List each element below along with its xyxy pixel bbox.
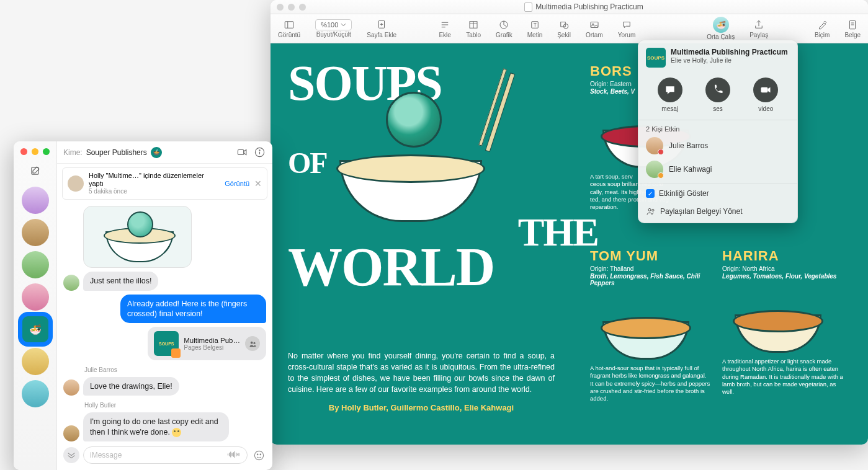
message-bubble: Already added! Here is the (fingers cros… [120,295,266,324]
messages-window: 🍜 Kime: Souper Publishers 🍲 Holly "Multi… [14,141,272,470]
collab-person-julie[interactable]: Julie Barros [638,134,797,157]
pages-toolbar: Görüntü %100Büyüt/Küçült Sayfa Ekle Ekle… [271,14,868,43]
notif-close-button[interactable]: ✕ [254,179,262,188]
audio-message-icon[interactable] [227,450,241,461]
hero-illustration [333,104,501,222]
document-icon [524,2,532,12]
collab-manage-shared[interactable]: Paylaşılan Belgeyi Yönet [638,203,797,218]
msg-avatar-julie [63,379,79,396]
toolbar-table[interactable]: Tablo [466,19,481,38]
conversation-avatar-2[interactable] [22,219,49,246]
notif-avatar [68,175,84,192]
toolbar-document[interactable]: Belge [844,19,861,38]
svg-point-28 [259,150,259,151]
msg-avatar-elie [63,275,79,291]
collaboration-popover: SOUPS Multimedia Publishing Practicum El… [638,40,798,223]
msg-avatar-holly [63,425,79,441]
toolbar-shape[interactable]: Şekil [557,19,571,38]
conversation-avatar-1[interactable] [22,187,49,214]
message-bubble: Love the drawings, Elie! [83,377,179,396]
sender-label: Julie Barros [84,366,266,373]
soup-harira: HARIRA Origin: North Africa Legumes, Tom… [722,248,843,396]
collab-message-button[interactable]: mesaj [658,78,682,112]
pages-window: Multimedia Publishing Practicum Görüntü … [271,0,868,445]
svg-point-29 [250,341,253,344]
doc-attach-thumbnail: SOUPS [154,331,179,356]
message-bubble: Just sent the illos! [83,272,158,290]
svg-rect-25 [238,150,244,155]
recipient-name[interactable]: Souper Publishers [86,148,147,157]
collab-audio-button[interactable]: ses [705,78,730,112]
collab-person-elie[interactable]: Elie Kahwagi [638,157,797,181]
toolbar-media[interactable]: Ortam [586,19,603,38]
svg-point-30 [253,342,255,344]
facetime-button[interactable] [235,146,249,159]
svg-point-23 [652,209,654,211]
recipient-icon: 🍲 [151,147,162,158]
collaborator-avatar-icon: 🍜 [713,17,729,33]
soup-tomyum: TOM YUM Origin: Thailand Broth, Lemongra… [590,248,711,403]
conversation-avatar-3[interactable] [22,251,49,278]
message-thread[interactable]: Just sent the illos! Already added! Here… [57,203,272,443]
messages-main: Kime: Souper Publishers 🍲 Holly "Multime… [57,141,272,470]
toolbar-view[interactable]: Görüntü [278,19,300,38]
toolbar-add-page[interactable]: Sayfa Ekle [367,19,396,38]
doc-byline: By Holly Butler, Guillermo Castillo, Eli… [288,403,555,412]
conversation-avatar-active[interactable]: 🍜 [22,316,49,343]
toolbar-format[interactable]: Biçim [815,19,830,38]
svg-point-15 [563,24,568,29]
svg-point-40 [254,451,263,459]
collab-active-label: 2 Kişi Etkin [638,120,797,134]
pages-traffic-lights[interactable] [277,4,306,11]
to-label: Kime: [63,148,83,157]
sender-label: Holly Butler [84,402,266,409]
notif-time: 5 dakika önce [89,188,220,195]
message-input-bar: iMessage [57,443,272,470]
conversation-avatar-6[interactable] [22,348,49,375]
edit-notification: Holly "Multime…" içinde düzenlemeler yap… [62,167,267,200]
messages-traffic-lights[interactable] [20,146,50,161]
notif-text: Holly "Multime…" içinde düzenlemeler yap… [89,172,220,188]
pages-titlebar[interactable]: Multimedia Publishing Practicum [271,0,868,14]
collab-doc-thumbnail: SOUPS [646,48,666,68]
svg-point-42 [260,454,261,455]
compose-button[interactable] [28,163,43,178]
toolbar-share[interactable]: Paylaş [749,19,768,38]
emoji-picker-button[interactable] [251,448,266,463]
svg-rect-16 [591,22,598,28]
messages-sidebar: 🍜 [14,141,57,470]
messages-header: Kime: Souper Publishers 🍲 [57,141,272,164]
notif-view-link[interactable]: Görüntü [225,180,249,187]
conversation-avatar-7[interactable] [22,380,49,407]
attachment-collab-icon [245,336,260,351]
collab-subtitle: Elie ve Holly, Julie ile [671,56,788,64]
collab-title: Multimedia Publishing Practicum [671,48,788,56]
relieved-emoji-icon [172,428,181,437]
toolbar-insert[interactable]: Ekle [439,19,451,38]
toolbar-zoom[interactable]: %100Büyüt/Küçült [315,19,352,38]
toolbar-comment[interactable]: Yorum [618,19,636,38]
svg-rect-0 [285,22,293,29]
toolbar-collaborate[interactable]: 🍜Orta Çalış [707,17,735,40]
message-bubble: I'm going to do one last copy edit and t… [83,412,229,441]
message-input[interactable]: iMessage [83,446,248,464]
svg-point-41 [257,454,258,455]
collab-video-button[interactable]: video [753,78,778,112]
svg-rect-21 [761,87,768,92]
document-attachment[interactable]: SOUPS Multimedia Pub… Pages Belgesi [148,327,266,360]
image-attachment[interactable] [83,206,192,268]
conversation-avatar-4[interactable] [22,283,49,311]
svg-point-22 [648,208,651,211]
doc-intro: No matter where you find yourself dining… [288,350,555,396]
doc-title-block: SOUPS OF THE WORLD [288,62,598,291]
toolbar-text[interactable]: TMetin [527,19,542,38]
info-button[interactable] [253,146,266,159]
collab-show-activity[interactable]: ✓ Etkinliği Göster [638,184,797,203]
toolbar-chart[interactable]: Grafik [496,19,512,38]
svg-text:T: T [534,22,537,28]
apps-button[interactable] [63,447,79,463]
pages-window-title: Multimedia Publishing Practicum [306,2,862,12]
checkbox-checked-icon: ✓ [646,189,655,198]
